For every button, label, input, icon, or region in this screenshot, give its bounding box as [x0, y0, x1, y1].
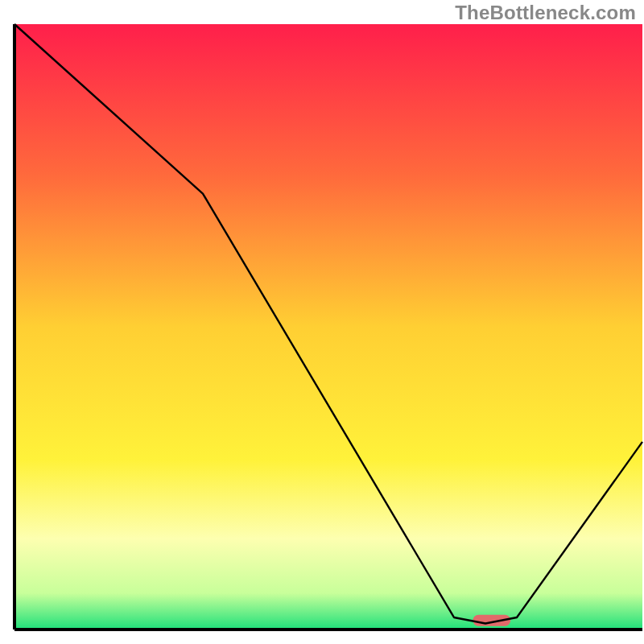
gradient-background	[14, 24, 642, 630]
watermark-text: TheBottleneck.com	[455, 2, 636, 24]
chart-canvas	[0, 0, 644, 644]
bottleneck-chart: TheBottleneck.com	[0, 0, 644, 644]
